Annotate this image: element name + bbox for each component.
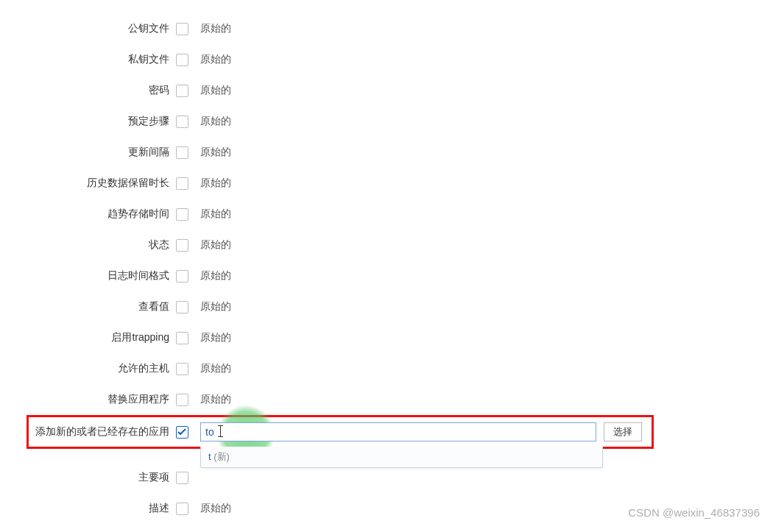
checkbox-trend-storage[interactable] (176, 208, 188, 221)
label-private-key-file: 私钥文件 (0, 53, 174, 66)
value-update-interval: 原始的 (190, 146, 231, 159)
label-password: 密码 (0, 84, 174, 97)
label-trend-storage: 趋势存储时间 (0, 208, 174, 221)
checkbox-public-key-file[interactable] (176, 23, 188, 35)
value-description: 原始的 (190, 502, 231, 515)
row-update-interval: 更新间隔 原始的 (0, 137, 773, 168)
value-trend-storage: 原始的 (190, 208, 231, 221)
row-add-app: 添加新的或者已经存在的应用 选择 t (新) (0, 415, 773, 449)
row-show-value: 查看值 原始的 (0, 291, 773, 322)
label-log-time-format: 日志时间格式 (0, 269, 174, 283)
row-replace-app: 替换应用程序 原始的 (0, 384, 773, 415)
value-private-key-file: 原始的 (190, 53, 231, 66)
checkbox-main-item[interactable] (176, 472, 188, 484)
label-scheduled-steps: 预定步骤 (0, 115, 174, 128)
label-add-app: 添加新的或者已经存在的应用 (0, 425, 174, 439)
checkbox-private-key-file[interactable] (176, 54, 188, 66)
row-history-retention: 历史数据保留时长 原始的 (0, 168, 773, 199)
checkbox-password[interactable] (176, 85, 188, 97)
value-enable-trapping: 原始的 (190, 331, 231, 344)
label-history-retention: 历史数据保留时长 (0, 177, 174, 190)
checkbox-add-app[interactable] (176, 426, 188, 439)
checkbox-show-value[interactable] (176, 301, 188, 313)
value-history-retention: 原始的 (190, 177, 231, 190)
add-app-dropdown: t (新) (200, 447, 603, 468)
row-scheduled-steps: 预定步骤 原始的 (0, 106, 773, 137)
checkbox-log-time-format[interactable] (176, 270, 188, 283)
checkbox-scheduled-steps[interactable] (176, 116, 188, 128)
row-trend-storage: 趋势存储时间 原始的 (0, 199, 773, 230)
checkbox-allowed-hosts[interactable] (176, 363, 188, 375)
row-public-key-file: 公钥文件 原始的 (0, 13, 773, 44)
row-allowed-hosts: 允许的主机 原始的 (0, 353, 773, 384)
label-public-key-file: 公钥文件 (0, 22, 174, 35)
label-status: 状态 (0, 238, 174, 252)
label-update-interval: 更新间隔 (0, 146, 174, 159)
dropdown-item-new[interactable]: t (新) (201, 447, 602, 467)
row-status: 状态 原始的 (0, 230, 773, 260)
checkbox-status[interactable] (176, 239, 188, 252)
checkbox-history-retention[interactable] (176, 177, 188, 190)
checkbox-update-interval[interactable] (176, 146, 188, 159)
value-allowed-hosts: 原始的 (190, 362, 231, 375)
label-allowed-hosts: 允许的主机 (0, 362, 174, 375)
dropdown-item-hint: (新) (213, 451, 230, 462)
value-password: 原始的 (190, 84, 231, 97)
value-show-value: 原始的 (190, 300, 231, 313)
label-show-value: 查看值 (0, 300, 174, 313)
label-main-item: 主要项 (0, 471, 174, 484)
label-enable-trapping: 启用trapping (0, 331, 174, 344)
checkbox-replace-app[interactable] (176, 394, 188, 406)
row-password: 密码 原始的 (0, 75, 773, 106)
row-log-time-format: 日志时间格式 原始的 (0, 260, 773, 291)
add-app-input[interactable] (200, 422, 596, 441)
value-scheduled-steps: 原始的 (190, 115, 231, 128)
row-enable-trapping: 启用trapping 原始的 (0, 322, 773, 353)
label-replace-app: 替换应用程序 (0, 393, 174, 406)
checkbox-enable-trapping[interactable] (176, 332, 188, 344)
watermark: CSDN @weixin_46837396 (628, 506, 760, 519)
select-button[interactable]: 选择 (604, 422, 642, 441)
value-public-key-file: 原始的 (190, 22, 231, 35)
text-cursor-icon (218, 425, 224, 437)
value-log-time-format: 原始的 (190, 269, 231, 283)
value-status: 原始的 (190, 238, 231, 252)
form-area: 公钥文件 原始的 私钥文件 原始的 密码 原始的 预定步骤 原始的 更新间隔 原… (0, 0, 773, 532)
add-app-controls: 选择 (190, 422, 642, 441)
value-replace-app: 原始的 (190, 393, 231, 406)
checkbox-description[interactable] (176, 503, 188, 515)
label-description: 描述 (0, 502, 174, 515)
row-private-key-file: 私钥文件 原始的 (0, 44, 773, 75)
